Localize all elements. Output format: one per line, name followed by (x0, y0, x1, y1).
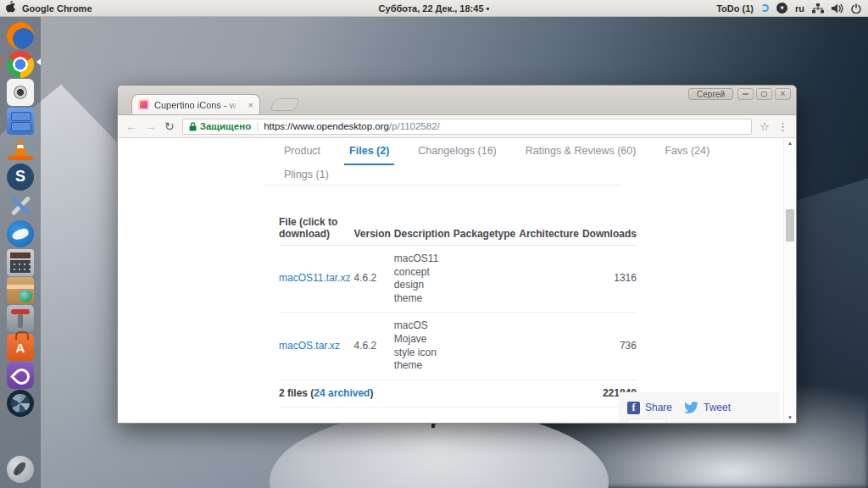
shutter-icon[interactable] (7, 390, 34, 417)
power-icon[interactable] (851, 3, 861, 14)
page-scrollbar[interactable]: ▲ ▼ (783, 138, 796, 423)
col-header-downloads: Downloads (582, 211, 637, 246)
file-download-link[interactable]: macOS11.tar.xz (279, 272, 350, 284)
chrome-icon[interactable] (7, 51, 34, 78)
security-label: Защищено (200, 121, 251, 131)
file-download-link[interactable]: macOS.tar.xz (279, 340, 340, 352)
social-share-panel: f Share Tweet (619, 392, 780, 423)
lock-icon (189, 122, 197, 131)
browser-tab[interactable]: Cupertino iCons - w × (131, 94, 260, 114)
firefox-icon[interactable] (7, 22, 34, 49)
browser-menu-icon[interactable]: ⋮ (777, 120, 788, 133)
tab-favs[interactable]: Favs (24) (659, 143, 715, 165)
col-header-packagetype: Packagetype (453, 211, 519, 246)
files-table: File (click to download) Version Descrip… (279, 211, 637, 408)
web-page-content: Product Files (2) Changelogs (16) Rating… (118, 138, 796, 423)
active-app-name[interactable]: Google Chrome (22, 3, 92, 14)
new-tab-button[interactable] (270, 98, 300, 111)
tweak-tools-icon[interactable] (7, 192, 34, 219)
url-text[interactable]: https://www.opendesktop.org/p/1102582/ (264, 121, 440, 131)
bookmark-star-icon[interactable]: ☆ (760, 120, 770, 133)
scroll-up-icon[interactable]: ▲ (784, 141, 796, 146)
running-dot-indicator (1, 66, 3, 69)
files-summary: 2 files (24 archived) (279, 380, 582, 408)
tab-close-icon[interactable]: × (248, 100, 253, 110)
unity-launcher: S A (0, 17, 41, 488)
thunderbird-icon[interactable] (7, 220, 34, 247)
audio-player-icon[interactable] (7, 79, 34, 106)
software-center-icon[interactable]: A (7, 334, 34, 361)
back-icon[interactable]: ← (125, 120, 137, 132)
file-packagetype (453, 313, 519, 380)
reload-icon[interactable]: ↻ (164, 120, 175, 132)
focused-arrow-indicator (36, 58, 41, 65)
running-dot-indicator (1, 58, 3, 60)
col-header-file: File (click to download) (279, 211, 353, 246)
browser-toolbar: ← → ↻ Защищено | https://www.opendesktop… (118, 115, 796, 138)
file-architecture (519, 313, 582, 380)
running-dot-indicator (1, 402, 3, 405)
browser-titlebar[interactable]: Cupertino iCons - w × Сергей × (118, 86, 796, 115)
security-chip[interactable]: Защищено (189, 121, 251, 131)
table-row: macOS.tar.xz 4.6.2 macOS Mojave style ic… (279, 313, 637, 380)
file-description: macOS Mojave style icon theme (394, 313, 453, 380)
scroll-down-icon[interactable]: ▼ (784, 415, 796, 420)
omnibox-separator: | (256, 121, 259, 131)
facebook-icon[interactable]: f (627, 402, 640, 414)
top-panel: Google Chrome Суббота, 22 Дек., 18:45 • … (0, 0, 868, 17)
running-dot-indicator (1, 62, 3, 64)
site-favicon (138, 99, 149, 110)
file-version: 4.6.2 (353, 313, 393, 380)
minimize-icon (743, 93, 748, 95)
file-cabinet-icon[interactable] (7, 108, 34, 135)
file-architecture (519, 246, 582, 313)
maximize-button[interactable] (756, 88, 772, 100)
file-description: macOS11 concept design theme (394, 246, 453, 313)
minimize-button[interactable] (737, 88, 754, 100)
tab-changelogs[interactable]: Changelogs (16) (413, 143, 501, 165)
file-version: 4.6.2 (353, 246, 393, 313)
forward-icon[interactable]: → (145, 120, 157, 132)
network-icon[interactable] (812, 3, 824, 14)
twitter-icon[interactable] (684, 402, 698, 413)
archived-files-link[interactable]: 24 archived (314, 387, 370, 399)
col-header-description: Description (394, 211, 453, 246)
table-summary-row: 2 files (24 archived) 221840 (279, 380, 637, 408)
keyboard-layout-indicator[interactable]: ru (795, 3, 804, 14)
address-bar[interactable]: Защищено | https://www.opendesktop.org/p… (182, 119, 753, 135)
valve-icon[interactable] (7, 305, 34, 332)
table-row: macOS11.tar.xz 4.6.2 macOS11 concept des… (279, 246, 637, 313)
file-downloads: 1316 (582, 246, 637, 313)
rocket-launcher-icon[interactable] (7, 456, 34, 483)
close-icon: × (781, 90, 786, 98)
profile-button[interactable]: Сергей (688, 88, 733, 100)
scrollbar-thumb[interactable] (786, 209, 794, 241)
vlc-icon[interactable] (7, 136, 34, 163)
col-header-version: Version (353, 211, 393, 246)
maximize-icon (761, 92, 767, 97)
chrome-browser-window: Cupertino iCons - w × Сергей × ← → ↻ Защ… (117, 85, 797, 424)
tab-divider (264, 185, 621, 186)
twitter-tweet-button[interactable]: Tweet (704, 402, 731, 413)
skype-icon[interactable]: S (7, 164, 34, 191)
col-header-architecture: Architecture (519, 211, 582, 246)
viber-icon[interactable] (7, 362, 34, 389)
file-downloads: 736 (582, 313, 637, 380)
tab-ratings-reviews[interactable]: Ratings & Reviews (60) (520, 143, 642, 165)
package-manager-icon[interactable] (7, 277, 34, 304)
tab-title: Cupertino iCons - w (154, 100, 243, 110)
file-packagetype (453, 246, 519, 313)
tab-files[interactable]: Files (2) (344, 143, 394, 165)
volume-icon[interactable] (832, 3, 843, 14)
todo-indicator[interactable]: ToDo (1) (716, 3, 754, 14)
facebook-share-button[interactable]: Share (645, 402, 672, 413)
star-badge-icon[interactable]: ✶ (776, 3, 787, 14)
close-button[interactable]: × (775, 88, 791, 100)
product-tab-bar: Product Files (2) Changelogs (16) Rating… (279, 143, 733, 165)
tab-product[interactable]: Product (279, 143, 326, 165)
share-counter-stub (627, 419, 666, 423)
calculator-icon[interactable] (7, 249, 34, 276)
sync-spinner-icon[interactable] (761, 4, 769, 12)
apple-logo-icon[interactable] (5, 1, 16, 15)
